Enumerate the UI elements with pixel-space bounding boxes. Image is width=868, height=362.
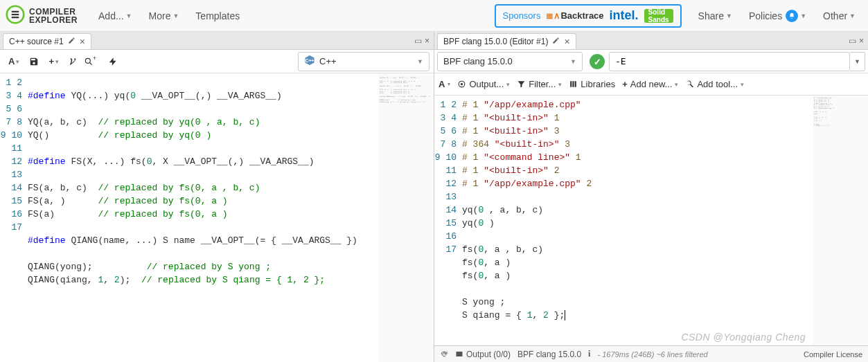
sponsors-box[interactable]: Sponsors ≣∧Backtrace intel. SolidSands (495, 4, 682, 28)
top-nav: COMPILER EXPLORER Add...▼ More▼ Template… (0, 0, 868, 32)
license-link[interactable]: Compiler License (804, 350, 862, 359)
compiler-pane: BPF clang 15.0.0 (Editor #1) × ▭ × BPF c… (434, 32, 868, 362)
options-caret[interactable]: ▼ (850, 52, 865, 71)
close-icon[interactable]: × (80, 37, 85, 46)
nav-add[interactable]: Add...▼ (91, 6, 139, 26)
maximize-icon[interactable]: ▭ (414, 36, 422, 46)
logo-text: COMPILER EXPLORER (29, 8, 78, 24)
source-tab-title: C++ source #1 (9, 37, 64, 46)
nav-templates[interactable]: Templates (188, 6, 247, 26)
compiler-tab[interactable]: BPF clang 15.0.0 (Editor #1) × (437, 33, 576, 49)
nav-more[interactable]: More▼ (142, 6, 186, 26)
nav-links-left: Add...▼ More▼ Templates (91, 6, 247, 26)
svg-rect-1 (12, 11, 19, 12)
output-status[interactable]: Output (0/0) (455, 350, 511, 359)
main-split: C++ source #1 × ▭ × A▾ +▾ 𝓥 + C++ C++ ▼ … (0, 32, 868, 362)
pencil-icon[interactable] (68, 37, 76, 46)
add-tool-dropdown[interactable]: Add tool...▾ (685, 79, 744, 89)
timing-status: - 1679ms (246B) ~6 lines filtered (597, 350, 707, 359)
sponsor-solidsands: SolidSands (644, 9, 673, 23)
search-button[interactable]: + (80, 54, 103, 69)
compiler-select[interactable]: BPF clang 15.0.0 ▼ (437, 52, 583, 71)
info-icon[interactable]: i (588, 349, 590, 359)
nav-policies[interactable]: Policies▼ (742, 6, 813, 26)
add-pane-button[interactable]: +▾ (44, 53, 63, 69)
nav-share[interactable]: Share▼ (691, 6, 739, 26)
line-gutter: 1 2 3 4 5 6 7 8 9 10 11 12 13 14 15 16 1… (0, 73, 28, 362)
line-gutter: 1 2 3 4 5 6 7 8 9 10 11 12 13 14 15 16 1… (434, 96, 462, 345)
compiler-options-input[interactable] (609, 52, 850, 71)
svg-text:C++: C++ (305, 58, 314, 63)
svg-point-4 (85, 58, 90, 63)
compiler-tab-title: BPF clang 15.0.0 (Editor #1) (443, 37, 548, 46)
language-label: C++ (319, 56, 337, 66)
output-editor[interactable]: 1 2 3 4 5 6 7 8 9 10 11 12 13 14 15 16 1… (434, 96, 868, 345)
close-icon[interactable]: × (564, 37, 569, 46)
compiler-tabbar: BPF clang 15.0.0 (Editor #1) × ▭ × (434, 32, 868, 50)
sponsor-intel: intel. (610, 9, 639, 23)
pane-close-icon[interactable]: × (859, 36, 864, 46)
source-editor[interactable]: 1 2 3 4 5 6 7 8 9 10 11 12 13 14 15 16 1… (0, 73, 434, 362)
minimap[interactable]: #define YQ(...) yq(0 __VA_OPT__(,) __VA_… (378, 73, 434, 362)
output-code[interactable]: # 1 "/app/example.cpp" # 1 "<built-in>" … (462, 96, 813, 345)
svg-rect-2 (12, 14, 19, 15)
minimap[interactable]: # 1 "/app/example.cpp" # 1 "<built-in>" … (813, 96, 868, 345)
svg-rect-10 (457, 352, 463, 356)
status-ok-icon (590, 54, 605, 69)
language-select[interactable]: C++ C++ ▼ (298, 52, 429, 71)
font-button[interactable]: A▾ (4, 53, 24, 69)
nav-links-right: Share▼ Policies▼ Other▼ (691, 6, 862, 26)
vim-button[interactable]: 𝓥 (64, 53, 78, 70)
libraries-button[interactable]: Libraries (569, 79, 615, 89)
cpp-icon: C++ (304, 55, 315, 68)
add-new-dropdown[interactable]: +Add new...▾ (622, 79, 678, 89)
pencil-icon[interactable] (552, 37, 560, 46)
logo[interactable]: COMPILER EXPLORER (6, 5, 78, 26)
output-dropdown[interactable]: Output...▾ (457, 79, 510, 89)
source-toolbar: A▾ +▾ 𝓥 + C++ C++ ▼ (0, 50, 434, 73)
source-pane: C++ source #1 × ▭ × A▾ +▾ 𝓥 + C++ C++ ▼ … (0, 32, 434, 362)
svg-point-9 (461, 83, 463, 84)
ctrl-button[interactable] (104, 54, 122, 69)
compiler-row: BPF clang 15.0.0 ▼ ▼ (434, 50, 868, 73)
sponsors-label: Sponsors (503, 10, 541, 21)
svg-line-5 (90, 62, 92, 64)
output-toolbar: A▾ Output...▾ Filter...▾ Libraries +Add … (434, 73, 868, 96)
reload-button[interactable] (440, 350, 448, 359)
pane-close-icon[interactable]: × (425, 36, 429, 46)
source-tabbar: C++ source #1 × ▭ × (0, 32, 434, 50)
font-button[interactable]: A▾ (439, 79, 450, 89)
logo-icon (6, 5, 25, 26)
save-button[interactable] (25, 54, 43, 69)
nav-other[interactable]: Other▼ (816, 6, 862, 26)
maximize-icon[interactable]: ▭ (849, 36, 856, 46)
source-tab[interactable]: C++ source #1 × (3, 33, 91, 49)
svg-rect-3 (12, 17, 19, 18)
status-bar: Output (0/0) BPF clang 15.0.0 i - 1679ms… (434, 345, 868, 362)
source-code[interactable]: #define YQ(...) yq(0 __VA_OPT__(,) __VA_… (28, 73, 378, 362)
bell-icon (786, 10, 798, 22)
compiler-label: BPF clang 15.0.0 (443, 56, 513, 66)
filter-dropdown[interactable]: Filter...▾ (517, 79, 562, 89)
sponsor-backtrace: ≣∧Backtrace (546, 9, 603, 23)
compiler-status[interactable]: BPF clang 15.0.0 (517, 350, 581, 359)
